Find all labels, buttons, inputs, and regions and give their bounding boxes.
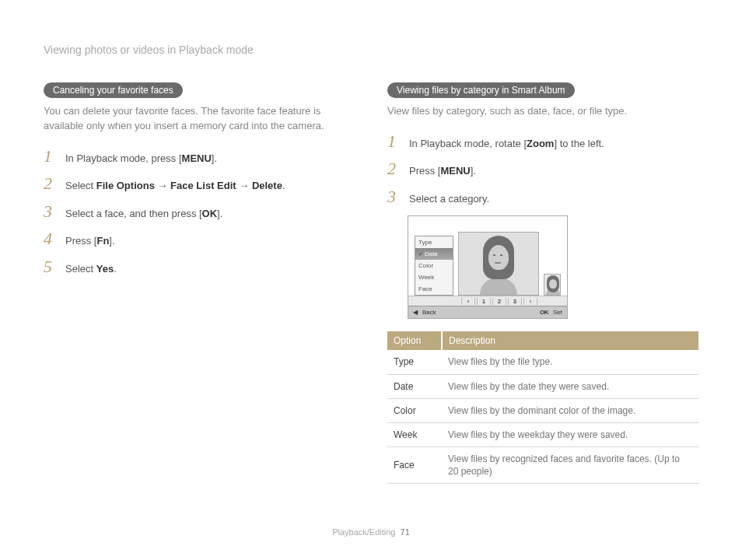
content-columns: Canceling your favorite faces You can de… — [44, 82, 698, 484]
step: 1 In Playback mode, rotate [Zoom] to the… — [387, 133, 698, 152]
back-arrow-icon: ◀ — [413, 309, 418, 316]
preview-photo — [458, 232, 539, 296]
step-text: Press [Fn]. — [65, 233, 355, 249]
ok-icon: OK — [540, 309, 548, 316]
back-label: Back — [422, 309, 436, 316]
step-number: 5 — [44, 258, 56, 275]
page-number: 71 — [401, 527, 410, 537]
left-steps: 1 In Playback mode, press [MENU]. 2 Sele… — [44, 148, 355, 277]
step: 2 Select File Options → Face List Edit →… — [44, 175, 355, 194]
page-footer: Playback/Editing 71 — [0, 527, 742, 537]
step: 2 Press [MENU]. — [387, 160, 698, 179]
step-text: Select Yes. — [65, 261, 355, 277]
step-number: 3 — [387, 188, 400, 205]
step-text: Select File Options → Face List Edit → D… — [65, 178, 355, 194]
menu-item-color: Color — [415, 260, 453, 271]
step-number: 2 — [44, 175, 56, 192]
right-steps: 1 In Playback mode, rotate [Zoom] to the… — [387, 133, 698, 207]
step-number: 1 — [44, 148, 56, 165]
table-row: DateView files by the date they were sav… — [387, 374, 698, 398]
page-header: Viewing photos or videos in Playback mod… — [44, 44, 698, 56]
pager-3: 3 — [508, 298, 522, 305]
step-text: Press [MENU]. — [409, 163, 698, 179]
pager-2: 2 — [492, 298, 506, 305]
step-text: Select a face, and then press [OK]. — [65, 206, 355, 222]
thumbnail — [544, 274, 561, 296]
pager: ‹ 1 2 3 › — [408, 296, 567, 306]
pager-left-icon: ‹ — [461, 298, 475, 305]
step-text: In Playback mode, rotate [Zoom] to the l… — [409, 136, 698, 152]
intro-text: View files by category, such as date, fa… — [387, 104, 698, 119]
step-text: In Playback mode, press [MENU]. — [65, 151, 355, 166]
section-pill-cancel-faces: Canceling your favorite faces — [44, 82, 183, 98]
table-row: TypeView files by the file type. — [387, 350, 698, 374]
screen-bottom-bar: ◀ Back OK Set — [408, 306, 567, 318]
pager-1: 1 — [477, 298, 491, 305]
step-number: 4 — [44, 230, 56, 247]
step: 1 In Playback mode, press [MENU]. — [44, 148, 355, 166]
th-description: Description — [442, 331, 698, 350]
face-illustration — [477, 234, 520, 295]
step: 3 Select a face, and then press [OK]. — [44, 203, 355, 222]
options-table: Option Description TypeView files by the… — [387, 331, 698, 484]
step-number: 3 — [44, 203, 56, 220]
menu-item-type: Type — [415, 236, 453, 248]
footer-section: Playback/Editing — [332, 527, 395, 537]
pager-right-icon: › — [523, 298, 537, 305]
left-column: Canceling your favorite faces You can de… — [44, 82, 355, 484]
step-number: 1 — [387, 133, 400, 150]
menu-item-date: Date — [415, 248, 453, 260]
step-number: 2 — [387, 160, 400, 177]
camera-screen: Type Date Color Week Face — [408, 215, 568, 319]
menu-item-face: Face — [415, 283, 453, 295]
menu-item-week: Week — [415, 271, 453, 283]
set-label: Set — [553, 309, 562, 316]
step: 5 Select Yes. — [44, 258, 355, 277]
intro-text: You can delete your favorite faces. The … — [44, 104, 355, 134]
category-menu: Type Date Color Week Face — [415, 236, 453, 296]
camera-screen-illustration: Type Date Color Week Face — [408, 215, 698, 319]
step: 4 Press [Fn]. — [44, 230, 355, 249]
right-column: Viewing files by category in Smart Album… — [387, 82, 698, 484]
step: 3 Select a category. — [387, 188, 698, 207]
section-pill-smart-album: Viewing files by category in Smart Album — [387, 82, 575, 98]
th-option: Option — [387, 331, 442, 350]
table-row: WeekView files by the weekday they were … — [387, 422, 698, 446]
table-row: ColorView files by the dominant color of… — [387, 398, 698, 422]
step-text: Select a category. — [409, 191, 698, 207]
table-row: FaceView files by recognized faces and f… — [387, 447, 698, 484]
